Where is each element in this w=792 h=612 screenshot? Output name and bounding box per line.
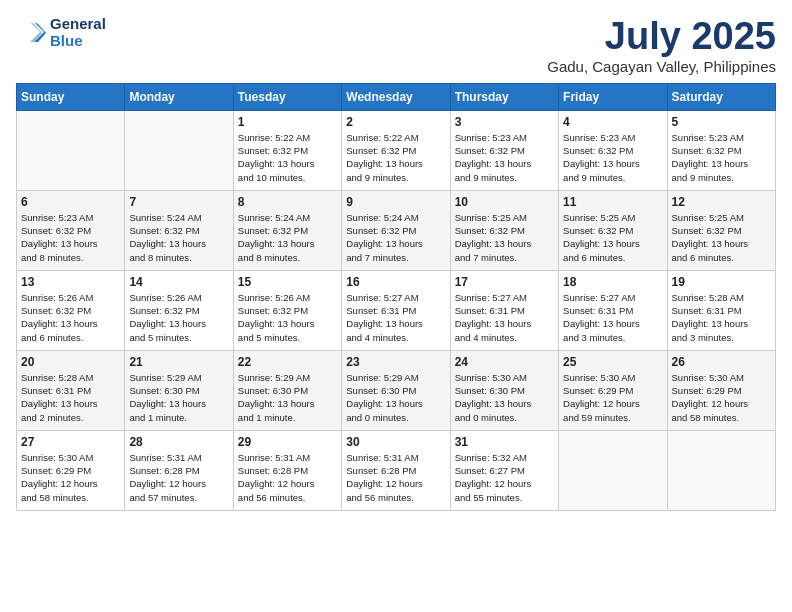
- calendar-cell: 15Sunrise: 5:26 AM Sunset: 6:32 PM Dayli…: [233, 270, 341, 350]
- calendar-cell: 10Sunrise: 5:25 AM Sunset: 6:32 PM Dayli…: [450, 190, 558, 270]
- day-number: 13: [21, 275, 120, 289]
- day-info: Sunrise: 5:26 AM Sunset: 6:32 PM Dayligh…: [129, 291, 228, 344]
- calendar-cell: 17Sunrise: 5:27 AM Sunset: 6:31 PM Dayli…: [450, 270, 558, 350]
- calendar-cell: 27Sunrise: 5:30 AM Sunset: 6:29 PM Dayli…: [17, 430, 125, 510]
- calendar-cell: [17, 110, 125, 190]
- calendar-subtitle: Gadu, Cagayan Valley, Philippines: [547, 58, 776, 75]
- day-info: Sunrise: 5:32 AM Sunset: 6:27 PM Dayligh…: [455, 451, 554, 504]
- weekday-header-cell: Monday: [125, 83, 233, 110]
- day-info: Sunrise: 5:23 AM Sunset: 6:32 PM Dayligh…: [563, 131, 662, 184]
- calendar-week-row: 13Sunrise: 5:26 AM Sunset: 6:32 PM Dayli…: [17, 270, 776, 350]
- calendar-week-row: 1Sunrise: 5:22 AM Sunset: 6:32 PM Daylig…: [17, 110, 776, 190]
- day-number: 2: [346, 115, 445, 129]
- day-info: Sunrise: 5:30 AM Sunset: 6:29 PM Dayligh…: [21, 451, 120, 504]
- title-area: July 2025 Gadu, Cagayan Valley, Philippi…: [547, 16, 776, 75]
- calendar-cell: 11Sunrise: 5:25 AM Sunset: 6:32 PM Dayli…: [559, 190, 667, 270]
- day-info: Sunrise: 5:23 AM Sunset: 6:32 PM Dayligh…: [455, 131, 554, 184]
- day-info: Sunrise: 5:25 AM Sunset: 6:32 PM Dayligh…: [563, 211, 662, 264]
- weekday-header-cell: Wednesday: [342, 83, 450, 110]
- day-info: Sunrise: 5:26 AM Sunset: 6:32 PM Dayligh…: [238, 291, 337, 344]
- day-number: 26: [672, 355, 771, 369]
- calendar-cell: 14Sunrise: 5:26 AM Sunset: 6:32 PM Dayli…: [125, 270, 233, 350]
- day-number: 19: [672, 275, 771, 289]
- day-info: Sunrise: 5:30 AM Sunset: 6:29 PM Dayligh…: [563, 371, 662, 424]
- day-number: 31: [455, 435, 554, 449]
- day-number: 15: [238, 275, 337, 289]
- day-number: 20: [21, 355, 120, 369]
- day-number: 23: [346, 355, 445, 369]
- day-info: Sunrise: 5:25 AM Sunset: 6:32 PM Dayligh…: [455, 211, 554, 264]
- calendar-cell: 23Sunrise: 5:29 AM Sunset: 6:30 PM Dayli…: [342, 350, 450, 430]
- day-info: Sunrise: 5:27 AM Sunset: 6:31 PM Dayligh…: [346, 291, 445, 344]
- weekday-header-row: SundayMondayTuesdayWednesdayThursdayFrid…: [17, 83, 776, 110]
- calendar-cell: 26Sunrise: 5:30 AM Sunset: 6:29 PM Dayli…: [667, 350, 775, 430]
- day-number: 5: [672, 115, 771, 129]
- day-info: Sunrise: 5:31 AM Sunset: 6:28 PM Dayligh…: [346, 451, 445, 504]
- day-number: 21: [129, 355, 228, 369]
- day-number: 6: [21, 195, 120, 209]
- calendar-cell: 31Sunrise: 5:32 AM Sunset: 6:27 PM Dayli…: [450, 430, 558, 510]
- day-number: 4: [563, 115, 662, 129]
- day-number: 22: [238, 355, 337, 369]
- calendar-week-row: 20Sunrise: 5:28 AM Sunset: 6:31 PM Dayli…: [17, 350, 776, 430]
- day-number: 9: [346, 195, 445, 209]
- calendar-cell: 12Sunrise: 5:25 AM Sunset: 6:32 PM Dayli…: [667, 190, 775, 270]
- calendar-body: 1Sunrise: 5:22 AM Sunset: 6:32 PM Daylig…: [17, 110, 776, 510]
- day-number: 24: [455, 355, 554, 369]
- calendar-cell: 19Sunrise: 5:28 AM Sunset: 6:31 PM Dayli…: [667, 270, 775, 350]
- day-number: 14: [129, 275, 228, 289]
- day-number: 11: [563, 195, 662, 209]
- day-info: Sunrise: 5:28 AM Sunset: 6:31 PM Dayligh…: [21, 371, 120, 424]
- logo-icon: [16, 18, 46, 48]
- logo: General Blue: [16, 16, 106, 49]
- calendar-week-row: 27Sunrise: 5:30 AM Sunset: 6:29 PM Dayli…: [17, 430, 776, 510]
- weekday-header-cell: Tuesday: [233, 83, 341, 110]
- day-info: Sunrise: 5:29 AM Sunset: 6:30 PM Dayligh…: [129, 371, 228, 424]
- day-info: Sunrise: 5:27 AM Sunset: 6:31 PM Dayligh…: [455, 291, 554, 344]
- calendar-cell: 9Sunrise: 5:24 AM Sunset: 6:32 PM Daylig…: [342, 190, 450, 270]
- day-info: Sunrise: 5:24 AM Sunset: 6:32 PM Dayligh…: [129, 211, 228, 264]
- calendar-cell: 24Sunrise: 5:30 AM Sunset: 6:30 PM Dayli…: [450, 350, 558, 430]
- calendar-cell: 21Sunrise: 5:29 AM Sunset: 6:30 PM Dayli…: [125, 350, 233, 430]
- day-info: Sunrise: 5:25 AM Sunset: 6:32 PM Dayligh…: [672, 211, 771, 264]
- calendar-cell: 3Sunrise: 5:23 AM Sunset: 6:32 PM Daylig…: [450, 110, 558, 190]
- calendar-table: SundayMondayTuesdayWednesdayThursdayFrid…: [16, 83, 776, 511]
- day-info: Sunrise: 5:27 AM Sunset: 6:31 PM Dayligh…: [563, 291, 662, 344]
- day-number: 7: [129, 195, 228, 209]
- weekday-header-cell: Thursday: [450, 83, 558, 110]
- logo-line2: Blue: [50, 33, 106, 50]
- day-number: 8: [238, 195, 337, 209]
- calendar-cell: 2Sunrise: 5:22 AM Sunset: 6:32 PM Daylig…: [342, 110, 450, 190]
- day-info: Sunrise: 5:23 AM Sunset: 6:32 PM Dayligh…: [672, 131, 771, 184]
- day-number: 30: [346, 435, 445, 449]
- calendar-cell: 4Sunrise: 5:23 AM Sunset: 6:32 PM Daylig…: [559, 110, 667, 190]
- day-info: Sunrise: 5:23 AM Sunset: 6:32 PM Dayligh…: [21, 211, 120, 264]
- calendar-cell: 16Sunrise: 5:27 AM Sunset: 6:31 PM Dayli…: [342, 270, 450, 350]
- logo-text: General Blue: [50, 16, 106, 49]
- calendar-cell: 1Sunrise: 5:22 AM Sunset: 6:32 PM Daylig…: [233, 110, 341, 190]
- day-info: Sunrise: 5:24 AM Sunset: 6:32 PM Dayligh…: [346, 211, 445, 264]
- calendar-cell: 29Sunrise: 5:31 AM Sunset: 6:28 PM Dayli…: [233, 430, 341, 510]
- weekday-header-cell: Saturday: [667, 83, 775, 110]
- day-number: 29: [238, 435, 337, 449]
- day-info: Sunrise: 5:29 AM Sunset: 6:30 PM Dayligh…: [238, 371, 337, 424]
- day-number: 17: [455, 275, 554, 289]
- day-info: Sunrise: 5:29 AM Sunset: 6:30 PM Dayligh…: [346, 371, 445, 424]
- page-header: General Blue July 2025 Gadu, Cagayan Val…: [16, 16, 776, 75]
- calendar-cell: 25Sunrise: 5:30 AM Sunset: 6:29 PM Dayli…: [559, 350, 667, 430]
- day-number: 1: [238, 115, 337, 129]
- day-number: 28: [129, 435, 228, 449]
- day-number: 12: [672, 195, 771, 209]
- calendar-week-row: 6Sunrise: 5:23 AM Sunset: 6:32 PM Daylig…: [17, 190, 776, 270]
- calendar-title: July 2025: [547, 16, 776, 58]
- calendar-cell: 13Sunrise: 5:26 AM Sunset: 6:32 PM Dayli…: [17, 270, 125, 350]
- calendar-cell: 20Sunrise: 5:28 AM Sunset: 6:31 PM Dayli…: [17, 350, 125, 430]
- calendar-cell: 30Sunrise: 5:31 AM Sunset: 6:28 PM Dayli…: [342, 430, 450, 510]
- day-number: 10: [455, 195, 554, 209]
- day-info: Sunrise: 5:26 AM Sunset: 6:32 PM Dayligh…: [21, 291, 120, 344]
- logo-line1: General: [50, 16, 106, 33]
- day-info: Sunrise: 5:31 AM Sunset: 6:28 PM Dayligh…: [238, 451, 337, 504]
- calendar-cell: [559, 430, 667, 510]
- day-info: Sunrise: 5:30 AM Sunset: 6:30 PM Dayligh…: [455, 371, 554, 424]
- day-number: 3: [455, 115, 554, 129]
